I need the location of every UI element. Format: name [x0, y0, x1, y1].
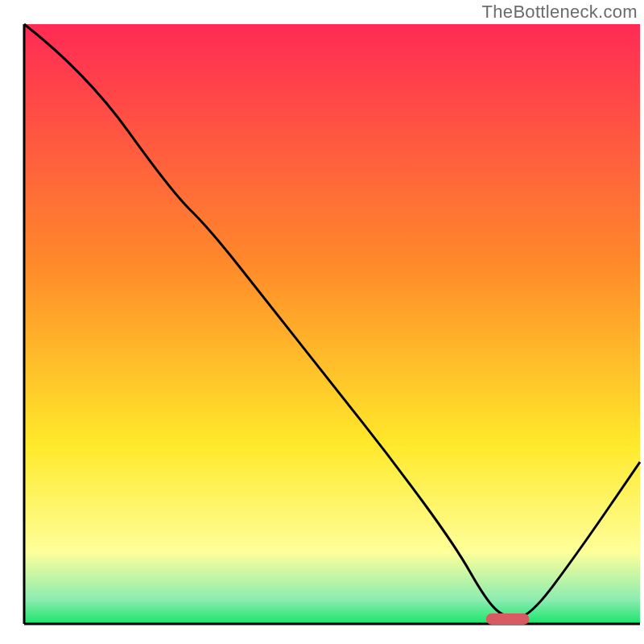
chart-container: { "watermark": "TheBottleneck.com", "col… — [0, 0, 644, 644]
bottleneck-chart — [0, 0, 644, 644]
optimal-marker — [486, 613, 530, 625]
